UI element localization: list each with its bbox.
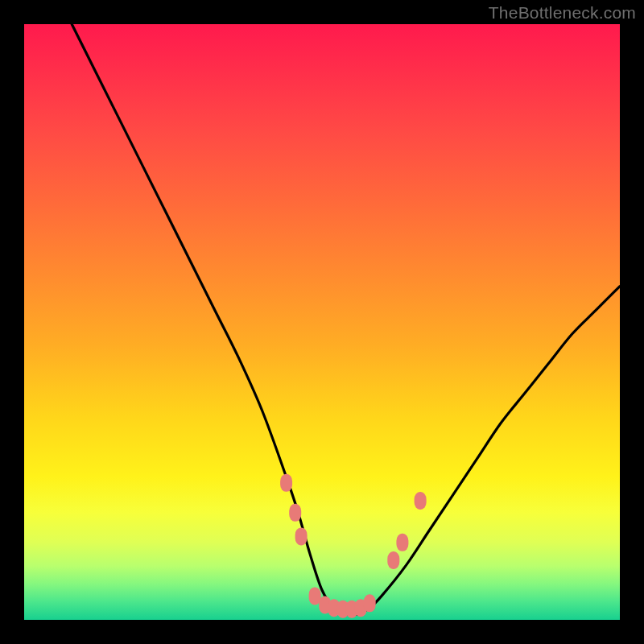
curve-marker	[295, 527, 308, 545]
curve-marker	[387, 551, 399, 569]
curve-marker	[364, 594, 376, 612]
bottleneck-curve	[72, 24, 620, 615]
curve-marker	[280, 474, 292, 492]
plot-area	[24, 24, 620, 620]
chart-svg	[24, 24, 620, 620]
curve-marker	[289, 504, 301, 522]
curve-marker	[415, 492, 427, 510]
watermark-text: TheBottleneck.com	[489, 3, 636, 23]
curve-marker	[396, 534, 408, 551]
chart-frame: TheBottleneck.com	[0, 0, 644, 644]
